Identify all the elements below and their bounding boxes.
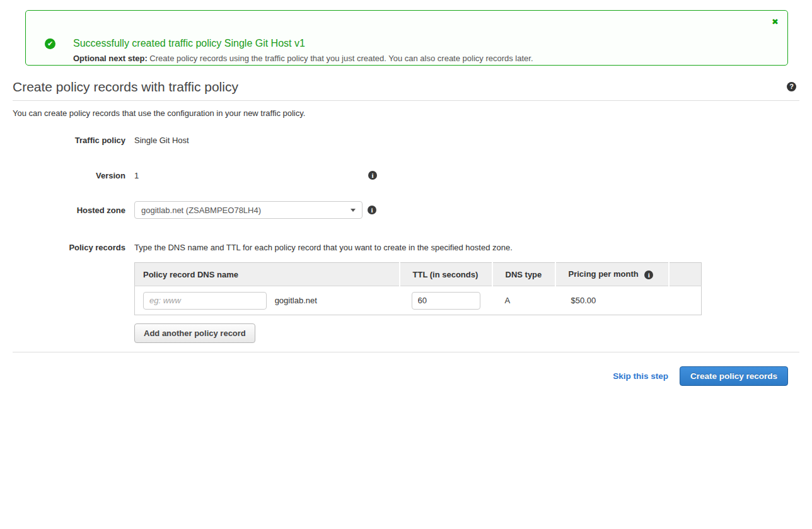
chevron-down-icon — [351, 209, 356, 212]
header-dns-name: Policy record DNS name — [135, 263, 400, 286]
footer-actions: Skip this step Create policy records — [13, 366, 799, 386]
version-value: 1 — [134, 171, 368, 180]
title-row: Create policy records with traffic polic… — [13, 79, 799, 101]
ttl-cell — [400, 286, 492, 315]
header-pricing-label: Pricing per month — [569, 269, 639, 279]
ttl-input[interactable] — [412, 292, 480, 310]
header-pricing: Pricing per month i — [555, 263, 669, 286]
banner-title: Successfully created traffic policy Sing… — [73, 38, 305, 49]
main-content: Create policy records with traffic polic… — [0, 79, 812, 386]
policy-record-form: Traffic policy Single Git Host Version 1… — [13, 136, 799, 343]
banner-subtext: Optional next step: Create policy record… — [73, 54, 533, 63]
banner-next-step-text: Create policy records using the traffic … — [149, 54, 533, 63]
success-banner: ✔ Successfully created traffic policy Si… — [25, 10, 788, 66]
hosted-zone-selected-value: gogitlab.net (ZSABMPEO78LH4) — [141, 206, 261, 215]
info-icon[interactable]: i — [644, 270, 653, 279]
check-circle-icon: ✔ — [45, 38, 55, 49]
bottom-divider — [13, 352, 799, 352]
info-icon[interactable]: i — [368, 206, 376, 214]
close-icon[interactable]: ✖ — [772, 18, 779, 26]
create-policy-records-button[interactable]: Create policy records — [680, 366, 788, 386]
hosted-zone-select[interactable]: gogitlab.net (ZSABMPEO78LH4) — [134, 201, 362, 219]
policy-records-row: Policy records Type the DNS name and TTL… — [13, 243, 799, 343]
dns-type-cell: A — [492, 286, 555, 315]
help-icon[interactable]: ? — [787, 82, 796, 91]
header-extra — [669, 263, 702, 286]
hosted-zone-label: Hosted zone — [13, 206, 134, 215]
traffic-policy-value: Single Git Host — [134, 136, 189, 145]
extra-cell — [669, 286, 702, 315]
banner-next-step-label: Optional next step: — [73, 54, 148, 63]
skip-this-step-link[interactable]: Skip this step — [613, 371, 668, 381]
page-description: You can create policy records that use t… — [13, 108, 799, 118]
version-row: Version 1 i — [13, 171, 799, 180]
dns-name-input[interactable] — [143, 292, 267, 310]
dns-suffix: gogitlab.net — [275, 296, 317, 305]
traffic-policy-label: Traffic policy — [13, 136, 134, 145]
policy-records-table: Policy record DNS name TTL (in seconds) … — [134, 262, 702, 315]
dns-name-cell: gogitlab.net — [135, 286, 400, 315]
version-label: Version — [13, 171, 134, 180]
policy-records-block: Type the DNS name and TTL for each polic… — [134, 243, 799, 343]
policy-records-label: Policy records — [13, 243, 134, 252]
pricing-cell: $50.00 — [555, 286, 669, 315]
table-row: gogitlab.net A $50.00 — [135, 286, 702, 315]
page-title: Create policy records with traffic polic… — [13, 79, 799, 101]
traffic-policy-row: Traffic policy Single Git Host — [13, 136, 799, 145]
header-ttl: TTL (in seconds) — [400, 263, 492, 286]
header-dns-type: DNS type — [492, 263, 555, 286]
add-another-policy-record-button[interactable]: Add another policy record — [134, 323, 255, 343]
table-header-row: Policy record DNS name TTL (in seconds) … — [135, 263, 702, 286]
info-icon[interactable]: i — [368, 171, 377, 180]
hosted-zone-row: Hosted zone gogitlab.net (ZSABMPEO78LH4)… — [13, 201, 799, 219]
policy-records-description: Type the DNS name and TTL for each polic… — [134, 243, 799, 252]
